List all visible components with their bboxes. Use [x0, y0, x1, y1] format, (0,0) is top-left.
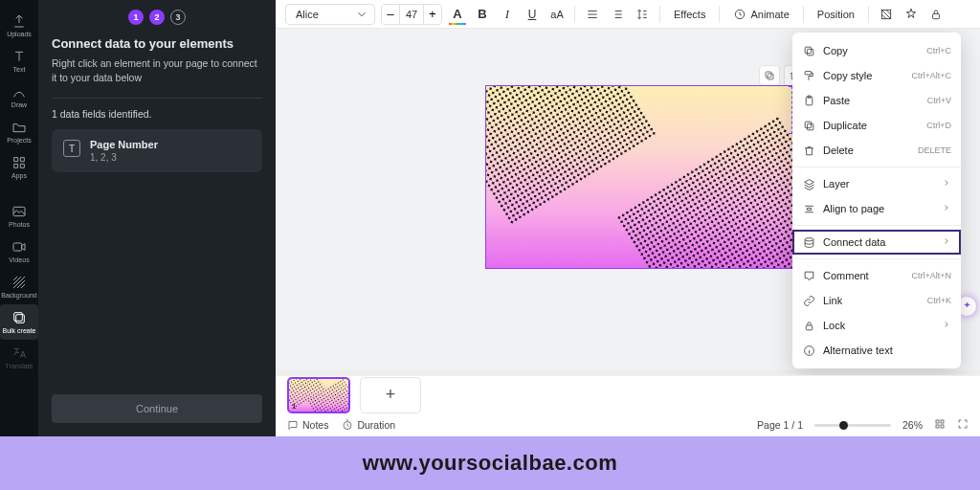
font-size-value[interactable]: 47 [399, 5, 424, 24]
status-bar: Notes Duration Page 1 / 1 26% [276, 413, 980, 436]
field-values: 1, 2, 3 [90, 152, 158, 163]
rail-photos[interactable]: Photos [0, 198, 38, 234]
zoom-value[interactable]: 26% [902, 419, 923, 431]
animate-button[interactable]: Animate [727, 8, 794, 21]
step-3[interactable]: 3 [170, 10, 186, 25]
ctx-duplicate[interactable]: DuplicateCtrl+D [792, 113, 961, 138]
duration-button[interactable]: Duration [342, 419, 395, 431]
align-button[interactable] [583, 5, 602, 24]
artboard[interactable] [486, 86, 810, 268]
underline-button[interactable]: U [523, 5, 542, 24]
svg-rect-1 [13, 243, 22, 251]
svg-rect-2 [16, 315, 25, 323]
link-icon [802, 294, 815, 307]
svg-rect-25 [936, 425, 939, 428]
canvas[interactable]: CopyCtrl+C Copy styleCtrl+Alt+C PasteCtr… [276, 29, 980, 375]
rail-uploads[interactable]: Uploads [0, 8, 38, 43]
ctx-copy[interactable]: CopyCtrl+C [792, 38, 961, 63]
rail-videos[interactable]: Videos [0, 234, 38, 269]
step-1[interactable]: 1 [128, 10, 144, 25]
chevron-right-icon [942, 320, 951, 331]
horizontal-scrollbar[interactable] [276, 369, 980, 375]
ctx-comment[interactable]: CommentCtrl+Alt+N [792, 263, 961, 288]
list-button[interactable] [608, 5, 627, 24]
italic-button[interactable]: I [498, 5, 517, 24]
text-field-icon: T [63, 140, 80, 157]
field-title: Page Number [90, 139, 158, 150]
chevron-right-icon [942, 236, 951, 248]
lock-button[interactable] [926, 5, 946, 24]
duplicate-icon [802, 119, 815, 132]
step-2[interactable]: 2 [149, 10, 165, 25]
zoom-slider[interactable] [814, 424, 891, 427]
ctx-connect-data[interactable]: Connect data [792, 230, 961, 255]
chevron-right-icon [942, 203, 951, 214]
font-size-decrease[interactable]: – [382, 5, 399, 24]
text-case-button[interactable]: aA [547, 5, 567, 24]
context-menu: CopyCtrl+C Copy styleCtrl+Alt+C PasteCtr… [792, 33, 961, 368]
rail-bulk-create[interactable]: Bulk create [0, 304, 38, 340]
page-thumb-1[interactable]: 1 [287, 377, 350, 413]
svg-rect-13 [805, 47, 812, 54]
rail-background[interactable]: Background [0, 269, 38, 304]
ctx-paste[interactable]: PasteCtrl+V [792, 88, 961, 113]
lock-icon [802, 319, 815, 332]
ctx-delete[interactable]: DeleteDELETE [792, 138, 961, 163]
chevron-down-icon [355, 8, 368, 21]
svg-rect-7 [768, 74, 773, 79]
spacing-button[interactable] [633, 5, 652, 24]
align-icon [802, 202, 815, 215]
data-field-card[interactable]: T Page Number 1, 2, 3 [52, 129, 262, 172]
position-button[interactable]: Position [812, 9, 860, 20]
rail-projects[interactable]: Projects [0, 114, 38, 149]
ctx-copy-style[interactable]: Copy styleCtrl+Alt+C [792, 63, 961, 88]
ctx-layer[interactable]: Layer [792, 171, 961, 196]
rail-text[interactable]: Text [0, 43, 38, 78]
clipboard-icon [802, 94, 815, 107]
bold-button[interactable]: B [473, 5, 492, 24]
svg-rect-23 [936, 420, 939, 423]
text-color-button[interactable]: A [448, 5, 467, 24]
font-select[interactable]: Alice [285, 4, 375, 25]
rail-apps[interactable]: Apps [0, 149, 38, 185]
grid-view-button[interactable] [934, 418, 946, 432]
copy-style-button[interactable] [902, 5, 921, 24]
svg-rect-14 [805, 71, 812, 74]
svg-point-19 [805, 237, 813, 240]
page-indicator: Page 1 / 1 [757, 419, 803, 431]
font-size-increase[interactable]: + [424, 5, 441, 24]
fullscreen-button[interactable] [957, 418, 969, 432]
footer-watermark: www.yoursocialbae.com [0, 436, 980, 490]
ctx-link[interactable]: LinkCtrl+K [792, 288, 961, 313]
continue-button[interactable]: Continue [52, 394, 262, 423]
svg-rect-3 [14, 313, 23, 322]
rail-translate[interactable]: Translate [0, 340, 38, 375]
copy-icon [802, 44, 815, 57]
duplicate-page-button[interactable] [759, 65, 780, 86]
paint-roller-icon [802, 69, 815, 82]
svg-rect-6 [932, 13, 939, 18]
layers-icon [802, 177, 815, 190]
fields-count: 1 data fields identified. [38, 108, 276, 129]
ctx-lock[interactable]: Lock [792, 313, 961, 338]
ctx-align-to-page[interactable]: Align to page [792, 196, 961, 221]
rail-draw[interactable]: Draw [0, 78, 38, 114]
notes-button[interactable]: Notes [287, 419, 328, 431]
svg-rect-17 [807, 123, 813, 130]
ctx-alt-text[interactable]: Alternative text [792, 338, 961, 363]
page-thumbnails: 1 + [276, 376, 980, 413]
effects-button[interactable]: Effects [668, 9, 711, 20]
text-toolbar: Alice – 47 + A B I U aA Effects [276, 0, 980, 29]
svg-rect-12 [807, 49, 813, 56]
svg-rect-20 [806, 324, 813, 329]
svg-rect-24 [941, 420, 944, 423]
transparency-button[interactable] [877, 5, 896, 24]
svg-rect-18 [805, 122, 812, 128]
step-indicator: 1 2 3 [38, 0, 276, 33]
bulk-create-panel: 1 2 3 Connect data to your elements Righ… [38, 0, 276, 436]
panel-desc: Right click an element in your page to c… [38, 56, 276, 98]
info-icon [802, 344, 815, 357]
add-page-button[interactable]: + [360, 377, 421, 413]
bottom-bar: 1 + Notes Duration Page 1 / 1 26% [276, 375, 980, 436]
svg-rect-8 [766, 72, 771, 78]
